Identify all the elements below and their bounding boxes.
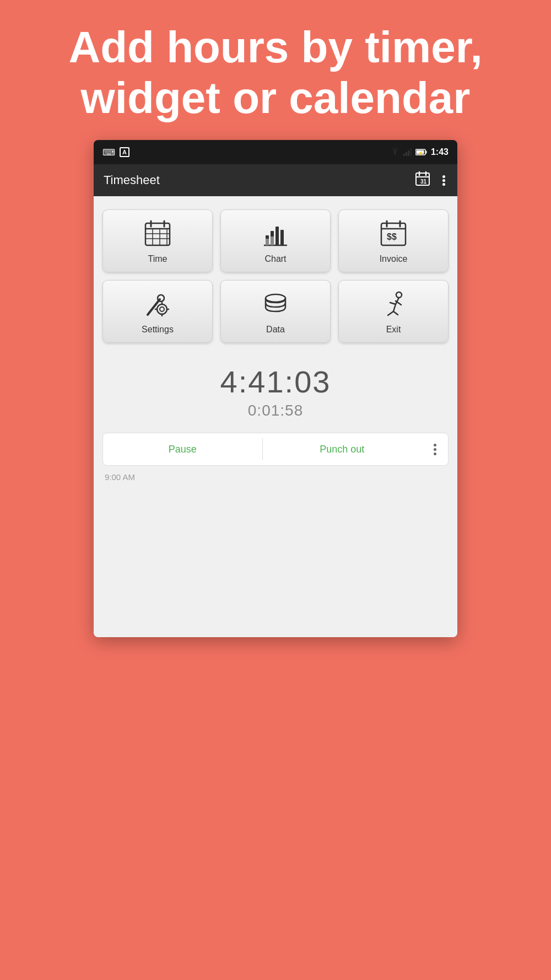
svg-line-47: [390, 303, 396, 304]
more-dots-icon: [434, 444, 436, 455]
app-content: Time Chart: [94, 196, 457, 637]
punch-out-button[interactable]: Punch out: [263, 433, 422, 465]
phone-mockup: ⌨ A ⚡: [94, 140, 457, 637]
svg-rect-13: [145, 223, 170, 245]
svg-point-37: [160, 307, 164, 311]
svg-point-35: [158, 295, 164, 301]
svg-point-45: [396, 292, 402, 298]
menu-grid-row1: Time Chart: [102, 209, 449, 272]
status-bar-right: ⚡ 1:43: [390, 147, 449, 157]
svg-rect-2: [408, 150, 409, 156]
exit-icon: [379, 290, 408, 319]
svg-point-42: [266, 294, 285, 302]
exit-button[interactable]: Exit: [338, 280, 449, 343]
app-title: Timesheet: [104, 173, 160, 187]
svg-rect-28: [271, 236, 274, 245]
more-action-button[interactable]: [422, 433, 448, 465]
entry-time: 9:00 AM: [102, 472, 449, 482]
settings-button[interactable]: Settings: [102, 280, 213, 343]
signal-icon: [403, 148, 412, 156]
data-icon: [261, 290, 290, 319]
timer-secondary: 0:01:58: [102, 402, 449, 419]
svg-rect-27: [266, 239, 269, 245]
timer-section: 4:41:03 0:01:58: [102, 351, 449, 424]
more-options-button[interactable]: [440, 173, 447, 188]
menu-grid-row2: Settings Data: [102, 280, 449, 343]
svg-rect-25: [276, 227, 279, 245]
svg-rect-5: [425, 151, 426, 154]
time-label: Time: [148, 254, 168, 264]
svg-line-48: [393, 304, 396, 311]
status-bar-left: ⌨ A: [102, 147, 129, 158]
time-icon: [143, 220, 172, 249]
svg-rect-3: [410, 148, 412, 156]
exit-label: Exit: [386, 325, 401, 335]
svg-line-49: [388, 311, 393, 315]
svg-rect-0: [403, 154, 405, 156]
settings-label: Settings: [142, 325, 174, 335]
chart-label: Chart: [264, 254, 286, 264]
invoice-button[interactable]: $$ Invoice: [338, 209, 449, 272]
wifi-icon: [390, 148, 400, 156]
svg-line-50: [393, 311, 398, 315]
svg-text:⚡: ⚡: [418, 150, 424, 156]
data-label: Data: [266, 325, 285, 335]
chart-button[interactable]: Chart: [220, 209, 331, 272]
more-icon: [442, 175, 445, 186]
svg-point-36: [157, 304, 167, 314]
svg-rect-1: [406, 152, 407, 156]
calendar-button[interactable]: 31: [413, 169, 433, 192]
timer-main: 4:41:03: [102, 364, 449, 400]
calendar-icon: 31: [415, 171, 430, 186]
svg-text:31: 31: [420, 179, 427, 185]
hero-section: Add hours by timer, widget or calendar: [0, 0, 551, 140]
status-time: 1:43: [431, 147, 449, 157]
data-button[interactable]: Data: [220, 280, 331, 343]
svg-rect-26: [280, 230, 284, 245]
toolbar-actions: 31: [413, 169, 447, 192]
keyboard-icon: ⌨: [102, 147, 115, 158]
battery-icon: ⚡: [415, 149, 428, 155]
hero-title: Add hours by timer, widget or calendar: [33, 22, 518, 123]
chart-icon: [261, 220, 290, 249]
status-bar: ⌨ A ⚡: [94, 140, 457, 164]
settings-icon: [143, 290, 172, 319]
a-icon: A: [120, 147, 129, 157]
pause-button[interactable]: Pause: [103, 433, 262, 465]
app-toolbar: Timesheet 31: [94, 164, 457, 196]
time-button[interactable]: Time: [102, 209, 213, 272]
action-bar: Pause Punch out: [102, 433, 449, 466]
svg-text:$$: $$: [387, 232, 397, 241]
invoice-icon: $$: [379, 220, 408, 249]
invoice-label: Invoice: [380, 254, 408, 264]
